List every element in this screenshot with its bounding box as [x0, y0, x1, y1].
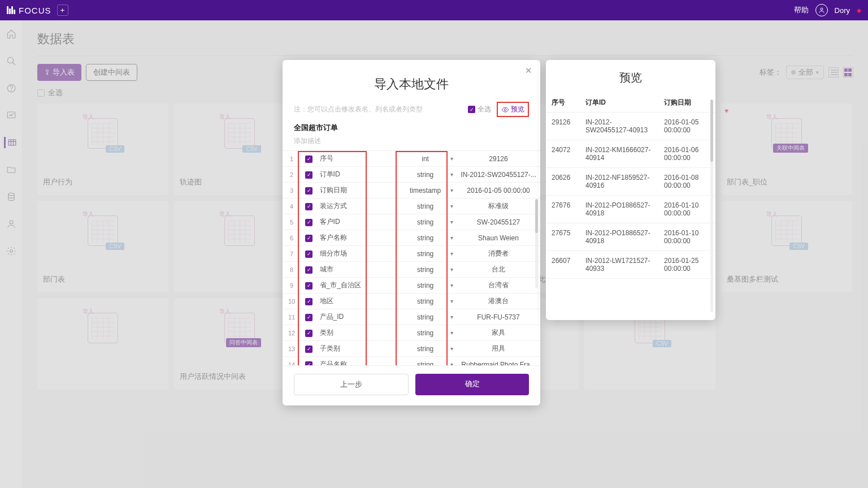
- topbar-right: 帮助 Dory ◆: [794, 4, 861, 16]
- description-input[interactable]: 添加描述: [283, 135, 540, 151]
- row-index: 2: [283, 167, 301, 183]
- row-checkbox[interactable]: ✓: [301, 198, 318, 214]
- preview-cell: IN-2012-PO1886527-40918: [580, 223, 658, 251]
- preview-cell: IN-2012-NF1859527-40916: [580, 168, 658, 196]
- add-button[interactable]: ＋: [57, 5, 68, 16]
- row-index: 13: [283, 341, 301, 357]
- column-name[interactable]: 产品名称: [318, 357, 394, 366]
- column-row: 1✓序号int29126: [283, 151, 540, 167]
- row-checkbox[interactable]: ✓: [301, 309, 318, 325]
- column-row: 13✓子类别string用具: [283, 341, 540, 357]
- preview-cell: 27676: [546, 196, 580, 223]
- preview-cell: 2016-01-25 00:00:00: [658, 251, 715, 279]
- column-type[interactable]: string: [394, 246, 457, 262]
- logo[interactable]: FOCUS: [7, 6, 51, 15]
- row-checkbox[interactable]: ✓: [301, 262, 318, 278]
- column-name[interactable]: 订单ID: [318, 167, 394, 183]
- column-name[interactable]: 客户ID: [318, 214, 394, 230]
- column-name[interactable]: 城市: [318, 262, 394, 278]
- preview-cell: 24072: [546, 140, 580, 168]
- preview-row: 24072IN-2012-KM1666027-409142016-01-06 0…: [546, 140, 715, 168]
- column-type[interactable]: string: [394, 293, 457, 309]
- preview-cell: 2016-01-05 00:00:00: [658, 113, 715, 140]
- preview-cell: 2016-01-10 00:00:00: [658, 196, 715, 223]
- row-checkbox[interactable]: ✓: [301, 214, 318, 230]
- preview-highlight: 预览: [497, 102, 529, 117]
- preview-cell: 2016-01-10 00:00:00: [658, 223, 715, 251]
- column-name[interactable]: 类别: [318, 325, 394, 341]
- preview-header: 订购日期: [658, 93, 715, 113]
- avatar[interactable]: [815, 4, 828, 16]
- help-link[interactable]: 帮助: [794, 5, 809, 15]
- column-name[interactable]: 客户名称: [318, 230, 394, 246]
- row-checkbox[interactable]: ✓: [301, 246, 318, 262]
- modal-select-all[interactable]: ✓ 全选: [468, 105, 491, 114]
- column-type[interactable]: string: [394, 341, 457, 357]
- modal-scrollbar-thumb[interactable]: [535, 199, 538, 233]
- column-name[interactable]: 细分市场: [318, 246, 394, 262]
- column-sample: FUR-FU-5737: [457, 309, 540, 325]
- preview-header: 订单ID: [580, 93, 658, 113]
- column-row: 4✓装运方式string标准级: [283, 198, 540, 214]
- column-row: 9✓省_市_自治区string台湾省: [283, 278, 540, 293]
- user-name[interactable]: Dory: [835, 6, 850, 15]
- column-table-wrap: 1✓序号int291262✓订单IDstringIN-2012-SW204551…: [283, 151, 540, 366]
- column-type[interactable]: string: [394, 357, 457, 366]
- preview-row: 26607IN-2012-LW1721527-409332016-01-25 0…: [546, 251, 715, 279]
- column-sample: 29126: [457, 151, 540, 167]
- column-type[interactable]: string: [394, 230, 457, 246]
- column-row: 2✓订单IDstringIN-2012-SW20455127-...: [283, 167, 540, 183]
- row-checkbox[interactable]: ✓: [301, 230, 318, 246]
- preview-table-wrap[interactable]: 序号 订单ID 订购日期 29126IN-2012-SW20455127-409…: [546, 93, 715, 314]
- column-sample: Rubbermaid Photo Fra...: [457, 357, 540, 366]
- column-type[interactable]: string: [394, 214, 457, 230]
- svg-point-9: [504, 109, 506, 111]
- row-index: 4: [283, 198, 301, 214]
- close-icon[interactable]: ✕: [525, 66, 532, 76]
- column-type[interactable]: string: [394, 262, 457, 278]
- row-checkbox[interactable]: ✓: [301, 293, 318, 309]
- column-type[interactable]: int: [394, 151, 457, 167]
- column-name[interactable]: 省_市_自治区: [318, 278, 394, 293]
- column-type[interactable]: string: [394, 278, 457, 293]
- preview-scrollbar-thumb[interactable]: [710, 100, 713, 162]
- column-type[interactable]: string: [394, 309, 457, 325]
- column-name[interactable]: 子类别: [318, 341, 394, 357]
- row-checkbox[interactable]: ✓: [301, 183, 318, 198]
- column-row: 7✓细分市场string消费者: [283, 246, 540, 262]
- column-name[interactable]: 地区: [318, 293, 394, 309]
- row-index: 1: [283, 151, 301, 167]
- row-checkbox[interactable]: ✓: [301, 167, 318, 183]
- column-name[interactable]: 产品_ID: [318, 309, 394, 325]
- confirm-button[interactable]: 确定: [415, 374, 529, 395]
- column-table: 1✓序号int291262✓订单IDstringIN-2012-SW204551…: [283, 151, 540, 366]
- row-checkbox[interactable]: ✓: [301, 151, 318, 167]
- row-index: 7: [283, 246, 301, 262]
- column-sample: 用具: [457, 341, 540, 357]
- column-name[interactable]: 序号: [318, 151, 394, 167]
- row-index: 6: [283, 230, 301, 246]
- prev-button[interactable]: 上一步: [294, 374, 409, 395]
- topbar: FOCUS ＋ 帮助 Dory ◆: [0, 0, 868, 20]
- column-type[interactable]: timestamp: [394, 183, 457, 198]
- row-checkbox[interactable]: ✓: [301, 278, 318, 293]
- preview-cell: 2016-01-06 00:00:00: [658, 140, 715, 168]
- preview-row: 27675IN-2012-PO1886527-409182016-01-10 0…: [546, 223, 715, 251]
- column-type[interactable]: string: [394, 325, 457, 341]
- column-type[interactable]: string: [394, 198, 457, 214]
- column-type[interactable]: string: [394, 167, 457, 183]
- row-checkbox[interactable]: ✓: [301, 325, 318, 341]
- modal-title: 导入本地文件: [283, 60, 540, 102]
- row-checkbox[interactable]: ✓: [301, 341, 318, 357]
- preview-row: 27676IN-2012-PO1886527-409182016-01-10 0…: [546, 196, 715, 223]
- file-name[interactable]: 全国超市订单: [283, 120, 540, 135]
- row-checkbox[interactable]: ✓: [301, 357, 318, 366]
- column-name[interactable]: 装运方式: [318, 198, 394, 214]
- column-name[interactable]: 订购日期: [318, 183, 394, 198]
- preview-cell: 20626: [546, 168, 580, 196]
- column-sample: SW-20455127: [457, 214, 540, 230]
- preview-link[interactable]: 预览: [501, 105, 524, 114]
- row-index: 14: [283, 357, 301, 366]
- preview-table: 序号 订单ID 订购日期 29126IN-2012-SW20455127-409…: [546, 93, 715, 279]
- column-row: 6✓客户名称stringShaun Weien: [283, 230, 540, 246]
